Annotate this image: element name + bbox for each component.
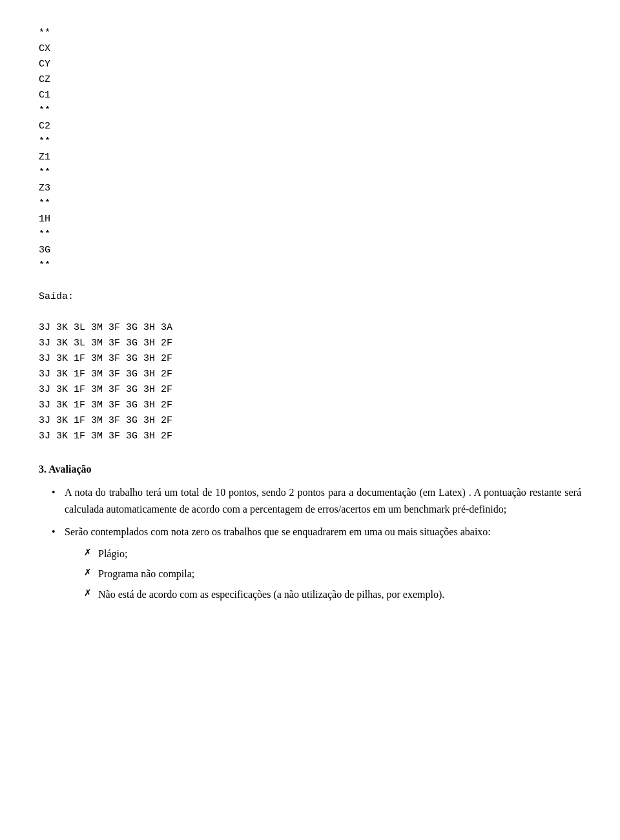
list-item: A nota do trabalho terá um total de 10 p… <box>52 484 581 517</box>
main-bullet-list: A nota do trabalho terá um total de 10 p… <box>39 484 581 603</box>
code-block: ** CX CY CZ C1 ** C2 ** Z1 ** Z3 ** 1H *… <box>39 26 581 444</box>
list-item: Serão contemplados com nota zero os trab… <box>52 524 581 602</box>
cross-list-item: Programa não compila; <box>84 566 581 582</box>
cross-list-item: Plágio; <box>84 546 581 562</box>
page-content: ** CX CY CZ C1 ** C2 ** Z1 ** Z3 ** 1H *… <box>39 26 581 603</box>
section-heading: 3. Avaliação <box>39 464 581 475</box>
section-number: 3. <box>39 464 46 475</box>
cross-list-item-text: Não está de acordo com as especificações… <box>98 589 444 600</box>
cross-list-item-text: Plágio; <box>98 548 127 559</box>
section-title: Avaliação <box>48 464 91 475</box>
cross-list: Plágio; Programa não compila; Não está d… <box>65 546 581 603</box>
list-item-text: Serão contemplados com nota zero os trab… <box>65 526 491 537</box>
cross-list-item-text: Programa não compila; <box>98 568 194 579</box>
cross-list-item: Não está de acordo com as especificações… <box>84 586 581 603</box>
list-item-text: A nota do trabalho terá um total de 10 p… <box>65 487 581 515</box>
